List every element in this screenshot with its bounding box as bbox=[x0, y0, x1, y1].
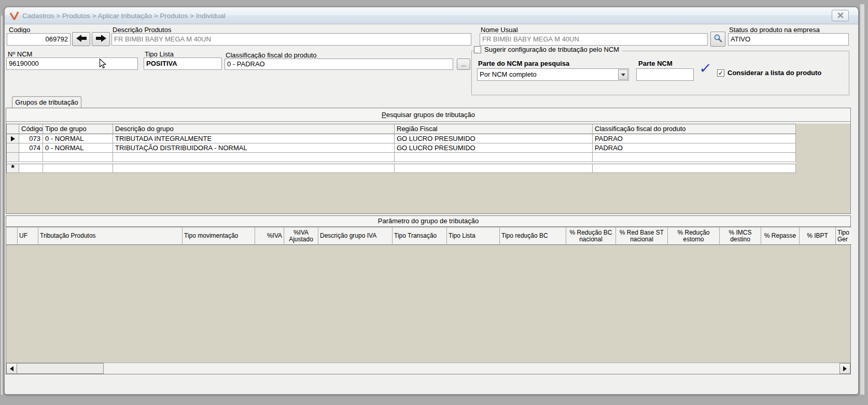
column-header-iva[interactable]: %IVA bbox=[255, 227, 284, 245]
cell-tipo-grupo[interactable]: 0 - NORMAL bbox=[43, 143, 113, 153]
column-header-repasse[interactable]: % Repasse bbox=[761, 227, 800, 245]
close-icon bbox=[837, 11, 844, 20]
column-header-iva-ajustado[interactable]: %IVA Ajustado bbox=[284, 227, 318, 245]
classificacao-fiscal-field[interactable]: 0 - PADRAO bbox=[225, 59, 453, 70]
previous-record-button[interactable] bbox=[72, 32, 90, 46]
column-header-classificacao-fiscal[interactable]: Classificação fiscal do produto bbox=[593, 124, 796, 134]
scroll-left-button[interactable] bbox=[6, 363, 17, 374]
next-record-button[interactable] bbox=[92, 32, 110, 46]
column-header-tipo-movimentacao[interactable]: Tipo movimentação bbox=[183, 227, 255, 245]
cell-descricao[interactable] bbox=[113, 153, 395, 162]
confirm-check-icon[interactable]: ✓ bbox=[698, 62, 712, 76]
column-header-tipo-ger[interactable]: Tipo Ger bbox=[836, 227, 851, 245]
column-header-tipo-lista[interactable]: Tipo Lista bbox=[447, 227, 500, 245]
cell-descricao[interactable]: TRIBUTADA INTEGRALMENTE bbox=[113, 134, 395, 143]
column-header-imcs-destino[interactable]: % IMCS destino bbox=[720, 227, 761, 245]
suggest-ncm-checkbox[interactable] bbox=[474, 46, 481, 53]
row-selector[interactable] bbox=[7, 143, 19, 153]
column-header-uf[interactable]: UF bbox=[18, 227, 38, 245]
cell-empty[interactable] bbox=[593, 164, 796, 173]
horizontal-scrollbar[interactable] bbox=[6, 363, 850, 374]
search-product-button[interactable] bbox=[710, 32, 725, 47]
cell-regiao-fiscal[interactable] bbox=[395, 153, 593, 162]
column-header-tipo-transacao[interactable]: Tipo Transação bbox=[393, 227, 447, 245]
desktop-background-strip bbox=[860, 4, 864, 395]
cell-codigo[interactable]: 073 bbox=[19, 134, 43, 143]
new-record-row[interactable]: * bbox=[7, 164, 796, 173]
considerar-checkbox[interactable]: ✓ bbox=[717, 69, 724, 77]
cell-codigo[interactable] bbox=[19, 153, 43, 162]
tab-grupos-de-tributacao[interactable]: Grupos de tributação bbox=[12, 96, 81, 108]
cell-regiao-fiscal[interactable]: GO LUCRO PRESUMIDO bbox=[395, 134, 593, 143]
codigo-field[interactable]: 069792 bbox=[7, 33, 71, 46]
cell-descricao[interactable]: TRIBUTAÇÃO DISTRIBUIDORA - NORMAL bbox=[113, 143, 395, 153]
current-row-selector[interactable] bbox=[7, 134, 19, 143]
mouse-cursor bbox=[99, 59, 107, 71]
chevron-down-icon bbox=[621, 74, 625, 76]
groups-grid-panel: Pesquisar grupos de tributação Código Ti… bbox=[6, 108, 851, 214]
groups-table-header: Código Tipo de grupo Descrição do grupo … bbox=[7, 124, 796, 134]
column-header-reducao-estorno[interactable]: % Redução estorno bbox=[668, 227, 720, 245]
cell-empty[interactable] bbox=[395, 164, 593, 173]
parte-pesquisa-label: Parte do NCM para pesquisa bbox=[478, 60, 569, 67]
parte-ncm-field[interactable] bbox=[636, 68, 694, 81]
column-header-tributacao-produtos[interactable]: Tributação Produtos bbox=[38, 227, 183, 245]
column-header-red-base-st-nacional[interactable]: % Red Base ST nacional bbox=[616, 227, 668, 245]
tipo-lista-field[interactable]: POSITIVA bbox=[144, 57, 222, 70]
table-row[interactable]: 073 0 - NORMAL TRIBUTADA INTEGRALMENTE G… bbox=[7, 134, 796, 143]
cell-empty[interactable] bbox=[43, 164, 113, 173]
suggest-ncm-checkrow: Sugerir configuração de tributação pelo … bbox=[474, 46, 622, 53]
app-window: Cadastros > Produtos > Aplicar tributaçã… bbox=[4, 7, 859, 395]
column-header-descricao-do-grupo[interactable]: Descrição do grupo bbox=[113, 124, 395, 134]
status-field[interactable]: ATIVO bbox=[728, 33, 849, 46]
column-header-ibpt[interactable]: % IBPT bbox=[800, 227, 836, 245]
column-header-codigo[interactable]: Código bbox=[19, 124, 43, 134]
ncm-field[interactable]: 96190000 bbox=[6, 57, 138, 70]
cell-tipo-grupo[interactable] bbox=[43, 153, 113, 162]
considerar-checkrow: ✓ Considerar a lista do produto bbox=[717, 69, 824, 77]
scroll-right-button[interactable] bbox=[839, 363, 850, 374]
cell-classificacao[interactable] bbox=[593, 153, 796, 162]
scrollbar-thumb[interactable] bbox=[17, 363, 104, 374]
params-table-header: UF Tributação Produtos Tipo movimentação… bbox=[6, 227, 851, 245]
parte-pesquisa-select[interactable]: Por NCM completo bbox=[477, 68, 629, 81]
new-record-selector[interactable]: * bbox=[7, 164, 19, 173]
params-grid-title: Parâmetro do grupo de tributação bbox=[6, 216, 850, 227]
column-header-descricao-grupo-iva[interactable]: Descrição grupo IVA bbox=[318, 227, 393, 245]
parte-ncm-label: Parte NCM bbox=[638, 60, 673, 67]
cell-regiao-fiscal[interactable]: GO LUCRO PRESUMIDO bbox=[395, 143, 593, 153]
window-title: Cadastros > Produtos > Aplicar tributaçã… bbox=[22, 7, 226, 24]
magnifier-icon bbox=[713, 34, 723, 45]
nome-usual-field[interactable]: FR BIMBI BABY MEGA M 40UN bbox=[480, 33, 708, 46]
row-selector-header bbox=[7, 124, 19, 134]
considerar-label: Considerar a lista do produto bbox=[727, 69, 821, 77]
descricao-label: Descrição Produtos bbox=[113, 26, 171, 34]
dropdown-button[interactable] bbox=[618, 69, 628, 80]
cell-empty[interactable] bbox=[113, 164, 395, 173]
column-header-regiao-fiscal[interactable]: Região Fiscal bbox=[395, 124, 593, 134]
new-record-icon: * bbox=[11, 165, 15, 172]
cell-tipo-grupo[interactable]: 0 - NORMAL bbox=[43, 134, 113, 143]
current-row-icon bbox=[11, 136, 15, 141]
scrollbar-track[interactable] bbox=[104, 363, 839, 374]
descricao-field[interactable]: FR BIMBI BABY MEGA M 40UN bbox=[111, 33, 471, 46]
column-header-reducao-bc-nacional[interactable]: % Redução BC nacional bbox=[566, 227, 616, 245]
table-row[interactable] bbox=[7, 153, 796, 162]
column-header-tipo-reducao-bc[interactable]: Tipo redução BC bbox=[500, 227, 566, 245]
classificacao-more-button[interactable]: ... bbox=[457, 59, 470, 70]
close-button[interactable] bbox=[832, 10, 849, 21]
table-row[interactable]: 074 0 - NORMAL TRIBUTAÇÃO DISTRIBUIDORA … bbox=[7, 143, 796, 153]
arrow-right-icon bbox=[95, 34, 107, 44]
cell-empty[interactable] bbox=[19, 164, 43, 173]
app-logo-icon bbox=[9, 11, 21, 21]
row-selector-header bbox=[6, 227, 18, 245]
arrow-left-icon bbox=[76, 34, 87, 44]
codigo-label: Codigo bbox=[9, 26, 30, 34]
row-selector[interactable] bbox=[7, 153, 19, 162]
column-header-tipo-de-grupo[interactable]: Tipo de grupo bbox=[43, 124, 113, 134]
cell-classificacao[interactable]: PADRAO bbox=[593, 134, 796, 143]
cell-classificacao[interactable]: PADRAO bbox=[593, 143, 796, 153]
groups-grid-title[interactable]: Pesquisar grupos de tributação bbox=[6, 108, 850, 122]
cell-codigo[interactable]: 074 bbox=[19, 143, 43, 153]
arrow-left-icon bbox=[10, 366, 13, 371]
